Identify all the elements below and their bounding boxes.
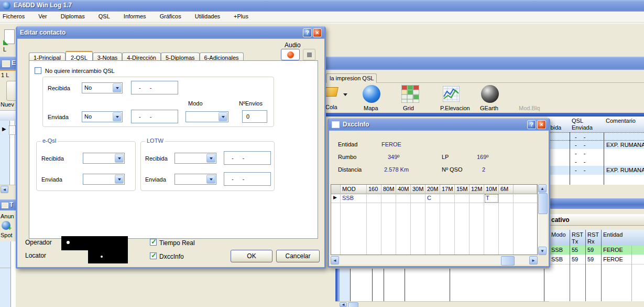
qsl-recibida-fecha-field[interactable]: - -	[131, 81, 178, 94]
dropdown-button[interactable]	[113, 112, 122, 121]
band-table-row[interactable]: ▶ SSB C T	[331, 194, 537, 203]
qso-col-entidad[interactable]: Entidad	[603, 231, 623, 238]
log-row[interactable]: - -	[548, 132, 644, 141]
band-col-17m[interactable]: 17M	[440, 185, 455, 194]
gearth-globe-icon[interactable]	[481, 85, 499, 103]
log-row[interactable]: - -	[548, 149, 644, 157]
qsl-recibida-combo[interactable]: No	[82, 82, 123, 93]
cell-80m[interactable]	[381, 194, 396, 203]
dropdown-button[interactable]	[115, 175, 124, 184]
cell-40m[interactable]	[396, 194, 411, 203]
scroll-right-button[interactable]: ►	[529, 256, 538, 264]
cell-10m-selected[interactable]: T	[484, 194, 499, 203]
gearth-label[interactable]: GEarth	[480, 105, 498, 111]
qso-col-rst-rx[interactable]: RST Rx	[587, 231, 601, 245]
band-col-20m[interactable]: 20M	[425, 185, 440, 194]
dropdown-button[interactable]	[115, 154, 124, 163]
band-table-hscrollbar[interactable]: ◄ ►	[331, 256, 538, 264]
mapa-label[interactable]: Mapa	[364, 105, 378, 111]
cell-15m[interactable]	[455, 194, 470, 203]
qso-row[interactable]: SSB 59 59 FEROE	[549, 255, 644, 264]
band-col-160[interactable]: 160	[367, 185, 381, 194]
cell-30m[interactable]	[411, 194, 425, 203]
record-button[interactable]	[281, 49, 300, 60]
log-row[interactable]: - -	[548, 157, 644, 166]
log-col-recibida[interactable]: ibida	[549, 124, 561, 131]
lotw-enviada-combo[interactable]	[174, 174, 216, 185]
cell-160[interactable]	[367, 194, 381, 203]
cancel-button[interactable]: Cancelar	[276, 250, 320, 262]
cell-mod[interactable]: SSB	[341, 194, 367, 203]
close-button[interactable]: ×	[537, 120, 546, 129]
scroll-up-button[interactable]: ▲	[538, 184, 547, 193]
log-row[interactable]: - - EXP. RUMANA	[548, 166, 644, 175]
cola-folder-icon[interactable]	[324, 87, 339, 97]
band-col-12m[interactable]: 12M	[470, 185, 484, 194]
menu-item-ficheros[interactable]: Ficheros	[0, 12, 27, 21]
envios-field[interactable]: 0	[242, 110, 267, 123]
qso-col-modo[interactable]: Modo	[551, 231, 566, 238]
menu-item-qsl[interactable]: QSL	[96, 12, 113, 21]
elevation-chart-icon[interactable]	[443, 86, 460, 102]
band-col-mod[interactable]: MOD	[341, 185, 367, 194]
lotw-recibida-combo[interactable]	[174, 153, 216, 164]
menu-item-informes[interactable]: Informes	[121, 12, 149, 21]
dropdown-button[interactable]	[206, 154, 215, 163]
menu-item-plus[interactable]: +Plus	[231, 12, 251, 21]
qsl-print-tab[interactable]: la impresion QSL	[326, 73, 377, 83]
qso-col-rst-tx[interactable]: RST Tx	[572, 231, 585, 245]
qso-row[interactable]: SSB 55 59 FEROE	[549, 246, 644, 255]
cell-20m[interactable]: C	[425, 194, 440, 203]
edit-dialog-titlebar[interactable]: Editar contacto ? ×	[17, 26, 324, 39]
ok-button[interactable]: OK	[231, 250, 272, 262]
cell-6m[interactable]	[499, 194, 514, 203]
no-qsl-checkbox[interactable]	[35, 67, 41, 74]
scroll-left-button[interactable]: ◄	[1, 186, 8, 193]
log-col-comentario[interactable]: Comentario	[606, 118, 636, 124]
band-col-10m[interactable]: 10M	[484, 185, 499, 194]
tiempo-real-checkbox[interactable]: ✓	[150, 239, 157, 246]
spot-globe-icon[interactable]: +	[2, 221, 10, 230]
left-grid-hscrollbar[interactable]: ◄	[0, 185, 16, 194]
band-col-6m[interactable]: 6M	[499, 185, 514, 194]
cola-dropdown-caret[interactable]	[343, 93, 347, 96]
dxccinfo-checkbox[interactable]: ✓	[150, 252, 157, 259]
menu-item-diplomas[interactable]: Diplomas	[58, 12, 88, 21]
scrollbar-thumb[interactable]	[538, 193, 548, 214]
eqsl-enviada-combo[interactable]	[83, 174, 125, 185]
stop-button[interactable]	[303, 49, 315, 60]
log-page-icon[interactable]	[4, 29, 15, 44]
qsl-enviada-combo[interactable]: No	[82, 111, 123, 122]
menu-item-ver[interactable]: Ver	[36, 12, 50, 21]
dropdown-button[interactable]	[206, 175, 215, 184]
cell-17m[interactable]	[440, 194, 455, 203]
locator-field-redacted[interactable]	[88, 250, 128, 263]
elevation-label[interactable]: P.Elevacion	[440, 105, 470, 111]
scroll-down-button[interactable]: ▼	[538, 247, 547, 255]
menu-item-utilidades[interactable]: Utilidades	[192, 12, 223, 21]
band-col-80m[interactable]: 80M	[381, 185, 396, 194]
left-grid-selected-cell[interactable]	[9, 125, 16, 135]
mapa-globe-icon[interactable]	[363, 85, 380, 103]
band-col-40m[interactable]: 40M	[396, 185, 411, 194]
menu-item-graficos[interactable]: Gráficos	[157, 12, 184, 21]
scrollbar-thumb[interactable]	[501, 256, 515, 266]
dropdown-button[interactable]	[219, 112, 227, 121]
grid-label[interactable]: Grid	[403, 105, 414, 111]
operador-field-redacted[interactable]	[61, 236, 128, 250]
band-table-vscrollbar[interactable]: ▲ ▼	[538, 184, 547, 255]
eqsl-recibida-combo[interactable]	[83, 153, 125, 164]
qsl-enviada-fecha-field[interactable]: - -	[131, 110, 178, 123]
lotw-recibida-fecha-field[interactable]: - -	[224, 151, 271, 165]
log-row[interactable]: - - EXP. RUMANA	[548, 141, 644, 149]
help-button[interactable]: ?	[527, 120, 536, 129]
help-button[interactable]: ?	[303, 28, 312, 37]
scroll-left-button[interactable]: ◄	[340, 302, 347, 307]
grid-icon[interactable]	[401, 85, 419, 103]
log-col-enviada[interactable]: QSL Enviada	[572, 118, 602, 131]
cola-label[interactable]: Cola	[325, 104, 337, 110]
scrollbar-thumb[interactable]	[348, 302, 358, 307]
dxcc-dialog-titlebar[interactable]: DxccInfo ? ×	[329, 118, 549, 131]
band-col-30m[interactable]: 30M	[411, 185, 425, 194]
lower-grid-hscrollbar[interactable]: ◄	[335, 301, 549, 307]
